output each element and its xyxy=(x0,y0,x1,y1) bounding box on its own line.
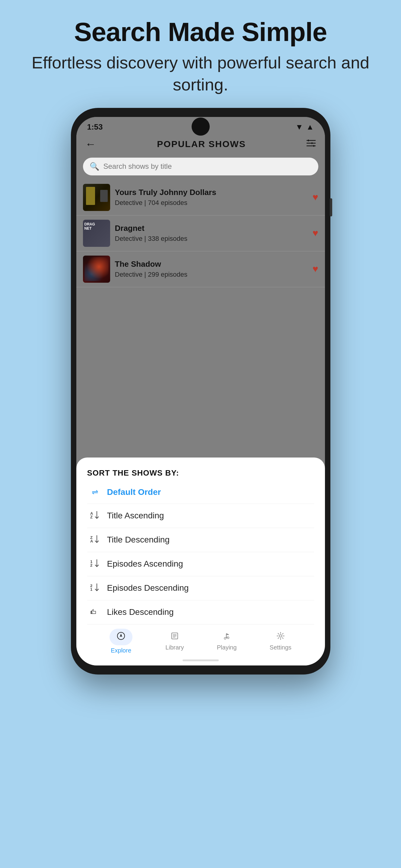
svg-text:A: A xyxy=(90,539,93,543)
nav-item-playing[interactable]: Playing xyxy=(217,632,237,651)
heart-icon-2[interactable]: ♥ xyxy=(313,227,318,239)
library-icon xyxy=(170,632,179,642)
sort-option-title-desc[interactable]: Z A Title Descending xyxy=(87,528,314,552)
show-thumbnail-1 xyxy=(83,184,110,211)
wifi-icon: ▼ xyxy=(295,122,303,132)
page-header: Search Made Simple Effortless discovery … xyxy=(0,0,401,108)
svg-point-28 xyxy=(279,635,282,637)
explore-icon xyxy=(117,632,125,642)
nav-label-playing: Playing xyxy=(217,644,237,651)
sort-label-ep-desc: Episodes Descending xyxy=(107,583,189,593)
show-title-1: Yours Truly Johnny Dollars xyxy=(115,188,308,197)
phone-frame: 1:53 ▼ ▲ ← POPULAR SHOWS xyxy=(71,108,331,675)
sort-option-likes[interactable]: Likes Descending xyxy=(87,600,314,624)
show-item-1[interactable]: Yours Truly Johnny Dollars Detective | 7… xyxy=(76,180,325,216)
svg-text:1: 1 xyxy=(90,587,92,591)
show-item-2[interactable]: Dragnet Detective | 338 episodes ♥ xyxy=(76,216,325,251)
nav-item-settings[interactable]: Settings xyxy=(270,632,291,651)
sort-label-default: Default Order xyxy=(107,487,161,497)
nav-item-explore[interactable]: Explore xyxy=(110,629,133,654)
show-title-2: Dragnet xyxy=(115,224,308,233)
show-thumbnail-3 xyxy=(83,255,110,283)
phone-notch xyxy=(192,118,210,135)
status-time: 1:53 xyxy=(87,122,103,132)
sort-label-ep-asc: Episodes Ascending xyxy=(107,559,183,569)
sort-icon-ep-asc: 1 2 xyxy=(90,559,101,569)
svg-marker-20 xyxy=(120,633,122,637)
show-meta-3: Detective | 299 episodes xyxy=(115,271,308,278)
heart-icon-3[interactable]: ♥ xyxy=(313,264,318,275)
top-nav: ← POPULAR SHOWS xyxy=(76,133,325,155)
show-info-3: The Shadow Detective | 299 episodes xyxy=(115,259,308,278)
sort-option-title-asc[interactable]: A Z Title Ascending xyxy=(87,504,314,528)
side-button xyxy=(330,198,332,216)
screen-title: POPULAR SHOWS xyxy=(157,139,246,149)
show-info-1: Yours Truly Johnny Dollars Detective | 7… xyxy=(115,188,308,207)
sort-label-likes: Likes Descending xyxy=(107,607,174,617)
svg-text:2: 2 xyxy=(90,563,92,567)
signal-icon: ▲ xyxy=(306,122,314,132)
filter-button[interactable] xyxy=(307,139,316,149)
search-input[interactable]: Search shows by title xyxy=(104,162,172,170)
show-item-3[interactable]: The Shadow Detective | 299 episodes ♥ xyxy=(76,251,325,287)
show-meta-1: Detective | 704 episodes xyxy=(115,199,308,207)
nav-label-settings: Settings xyxy=(270,644,291,651)
page-subtitle: Effortless discovery with powerful searc… xyxy=(24,52,377,96)
heart-icon-1[interactable]: ♥ xyxy=(313,192,318,203)
status-icons: ▼ ▲ xyxy=(295,122,314,132)
page-title: Search Made Simple xyxy=(24,18,377,46)
show-list: Yours Truly Johnny Dollars Detective | 7… xyxy=(76,180,325,458)
search-icon: 🔍 xyxy=(90,162,99,171)
search-bar[interactable]: 🔍 Search shows by title xyxy=(83,158,318,176)
sort-label-title-desc: Title Descending xyxy=(107,535,170,545)
sort-icon-ep-desc: 2 1 xyxy=(90,583,101,593)
show-meta-2: Detective | 338 episodes xyxy=(115,235,308,243)
nav-label-library: Library xyxy=(165,644,184,651)
sort-icon-title-asc: A Z xyxy=(90,510,101,521)
sort-option-ep-asc[interactable]: 1 2 Episodes Ascending xyxy=(87,552,314,576)
phone-screen: 1:53 ▼ ▲ ← POPULAR SHOWS xyxy=(76,117,325,665)
show-thumbnail-2 xyxy=(83,220,110,247)
sort-bottom-sheet: SORT THE SHOWS BY: ⇌ Default Order A Z T… xyxy=(76,458,325,665)
svg-text:Z: Z xyxy=(90,515,93,519)
nav-label-explore: Explore xyxy=(111,647,131,654)
sort-icon-likes xyxy=(90,607,101,618)
sort-title: SORT THE SHOWS BY: xyxy=(87,468,314,478)
settings-icon xyxy=(277,632,285,642)
sort-icon-title-desc: Z A xyxy=(90,535,101,545)
nav-item-library[interactable]: Library xyxy=(165,632,184,651)
sort-icon-default: ⇌ xyxy=(90,487,101,497)
svg-point-27 xyxy=(224,638,226,639)
bottom-nav: Explore Library xyxy=(87,624,314,657)
sort-option-ep-desc[interactable]: 2 1 Episodes Descending xyxy=(87,576,314,600)
sort-option-default[interactable]: ⇌ Default Order xyxy=(87,481,314,504)
home-indicator xyxy=(182,659,219,661)
sort-label-title-asc: Title Ascending xyxy=(107,511,164,521)
search-container: 🔍 Search shows by title xyxy=(76,155,325,180)
playing-icon xyxy=(223,632,231,642)
show-info-2: Dragnet Detective | 338 episodes xyxy=(115,224,308,243)
show-title-3: The Shadow xyxy=(115,259,308,269)
back-button[interactable]: ← xyxy=(85,138,96,150)
